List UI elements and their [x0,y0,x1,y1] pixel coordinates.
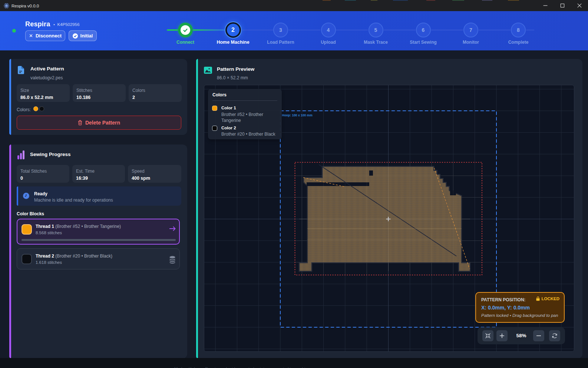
svg-text:Hoop: 100 x 100 mm: Hoop: 100 x 100 mm [282,113,313,117]
